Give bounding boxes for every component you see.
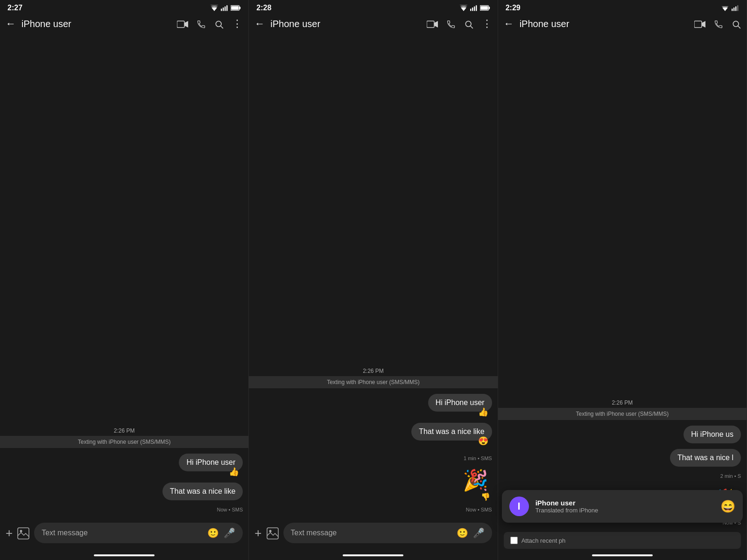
svg-rect-14 — [18, 528, 29, 539]
notif-emoji-3: 😄 — [720, 499, 735, 514]
video-call-button-2[interactable] — [427, 19, 438, 29]
bar-icons-2: ⋮ — [427, 18, 492, 30]
bubble-2-2[interactable]: That was a nice like 😍 — [411, 423, 492, 441]
svg-rect-8 — [240, 7, 241, 9]
attach-bar-3[interactable]: Attach recent ph — [504, 532, 741, 549]
svg-rect-24 — [488, 7, 490, 9]
text-input-2[interactable]: Text message 🙂 🎤 — [283, 523, 492, 543]
phone-panel-3: 2:29 ← iPhone user 2:26 PM Texting with … — [498, 0, 747, 560]
svg-line-29 — [470, 26, 472, 28]
svg-rect-21 — [474, 7, 475, 11]
bubble-text-3-1: Hi iPhone us — [691, 430, 733, 438]
search-button-2[interactable] — [464, 19, 473, 29]
meta-1-2: Now • SMS — [217, 507, 243, 512]
bubble-text-2-2: That was a nice like — [419, 427, 485, 435]
back-button-3[interactable]: ← — [504, 18, 514, 30]
status-icons-2 — [459, 5, 490, 11]
emoji-input-icon-2[interactable]: 🙂 — [457, 527, 468, 539]
more-button-1[interactable]: ⋮ — [232, 18, 243, 30]
notif-name-3: iPhone user — [536, 499, 714, 507]
svg-marker-39 — [702, 21, 705, 28]
phone-call-button-3[interactable] — [714, 19, 723, 29]
time-1: 2:27 — [7, 4, 22, 12]
back-button-2[interactable]: ← — [254, 18, 265, 30]
signal-icon-1 — [221, 5, 228, 11]
phone-panel-2: 2:28 ← iPhone user ⋮ 2:26 PM Texting wit… — [249, 0, 498, 560]
emoji-bubble-2-3[interactable]: 🎉 — [459, 464, 492, 497]
bubble-3-2[interactable]: That was a nice l — [670, 449, 741, 467]
contact-name-1: iPhone user — [21, 19, 171, 29]
input-icons-1: 🙂 🎤 — [207, 527, 235, 539]
svg-rect-36 — [735, 7, 736, 11]
input-bar-2: + Text message 🙂 🎤 — [249, 519, 497, 553]
wifi-icon-1 — [210, 5, 218, 11]
attach-checkbox-3[interactable] — [510, 537, 518, 544]
svg-rect-26 — [427, 21, 434, 28]
timestamp-1: 2:26 PM — [6, 427, 243, 434]
status-bar-1: 2:27 — [0, 0, 248, 14]
bubble-text-1-2: That was a nice like — [170, 487, 236, 495]
search-button-1[interactable] — [214, 19, 224, 29]
app-bar-3: ← iPhone user — [498, 14, 747, 34]
svg-rect-20 — [472, 7, 473, 11]
mic-input-icon-1[interactable]: 🎤 — [224, 527, 235, 539]
mic-input-icon-2[interactable]: 🎤 — [473, 527, 485, 539]
svg-rect-10 — [177, 21, 184, 28]
gallery-button-1[interactable] — [17, 526, 29, 540]
reaction-2-1: 👍 — [478, 407, 488, 417]
phone-call-button-1[interactable] — [197, 19, 206, 29]
svg-rect-38 — [694, 21, 702, 28]
bar-icons-3 — [694, 19, 741, 29]
bubble-1-2[interactable]: That was a nice like — [162, 483, 243, 500]
time-2: 2:28 — [256, 4, 271, 12]
system-banner-1: Texting with iPhone user (SMS/MMS) — [0, 436, 248, 448]
svg-point-31 — [269, 530, 271, 532]
contact-name-2: iPhone user — [270, 19, 421, 29]
notif-sub-3: Translated from iPhone — [536, 507, 714, 514]
add-button-2[interactable]: + — [254, 526, 261, 540]
svg-rect-9 — [232, 6, 239, 10]
status-icons-3 — [721, 5, 739, 11]
gallery-button-2[interactable] — [267, 526, 279, 540]
emoji-input-icon-1[interactable]: 🙂 — [207, 527, 219, 539]
app-bar-2: ← iPhone user ⋮ — [249, 14, 497, 34]
input-icons-2: 🙂 🎤 — [457, 527, 485, 539]
add-button-1[interactable]: + — [6, 526, 13, 540]
svg-line-13 — [221, 26, 223, 28]
wifi-icon-3 — [721, 5, 729, 11]
time-3: 2:29 — [506, 4, 521, 12]
nav-indicator-3 — [592, 554, 653, 556]
nav-indicator-2 — [343, 554, 403, 556]
bubble-text-1-1: Hi iPhone user — [186, 458, 235, 466]
input-placeholder-1: Text message — [42, 529, 88, 537]
bubble-3-1[interactable]: Hi iPhone us — [684, 426, 741, 443]
bubble-text-2-1: Hi iPhone user — [436, 399, 485, 406]
message-row-2-1: Hi iPhone user 👍 — [254, 394, 492, 420]
reaction-2-3: 👎 — [481, 492, 490, 501]
input-bar-1: + Text message 🙂 🎤 — [0, 519, 248, 553]
message-row-3-2: That was a nice l 2 min • S — [504, 449, 741, 479]
bubble-2-1[interactable]: Hi iPhone user 👍 — [428, 394, 492, 412]
phone-call-button-2[interactable] — [446, 19, 456, 29]
system-banner-2: Texting with iPhone user (SMS/MMS) — [249, 376, 497, 388]
chat-area-2: 2:26 PM Texting with iPhone user (SMS/MM… — [249, 34, 497, 519]
message-row-1-1: Hi iPhone user 👍 — [6, 454, 243, 480]
svg-rect-30 — [267, 528, 278, 539]
wifi-icon-2 — [459, 5, 468, 11]
video-call-button-3[interactable] — [694, 19, 705, 29]
svg-marker-11 — [184, 21, 188, 28]
message-row-2-3: 🎉 👎 Now • SMS — [254, 464, 492, 512]
input-placeholder-2: Text message — [291, 529, 337, 537]
svg-marker-27 — [434, 21, 438, 28]
back-button-1[interactable]: ← — [6, 18, 16, 30]
search-button-3[interactable] — [732, 19, 741, 29]
message-row-2-2: That was a nice like 😍 1 min • SMS — [254, 423, 492, 461]
text-input-1[interactable]: Text message 🙂 🎤 — [34, 523, 243, 543]
more-button-2[interactable]: ⋮ — [482, 18, 492, 30]
chat-area-3: 2:26 PM Texting with iPhone user (SMS/MM… — [498, 34, 747, 553]
svg-rect-5 — [225, 7, 226, 11]
bubble-1-1[interactable]: Hi iPhone user 👍 — [179, 454, 243, 471]
notification-card-3[interactable]: I iPhone user Translated from iPhone 😄 — [502, 490, 743, 523]
meta-3-2: 2 min • S — [720, 473, 741, 479]
video-call-button-1[interactable] — [177, 19, 188, 29]
